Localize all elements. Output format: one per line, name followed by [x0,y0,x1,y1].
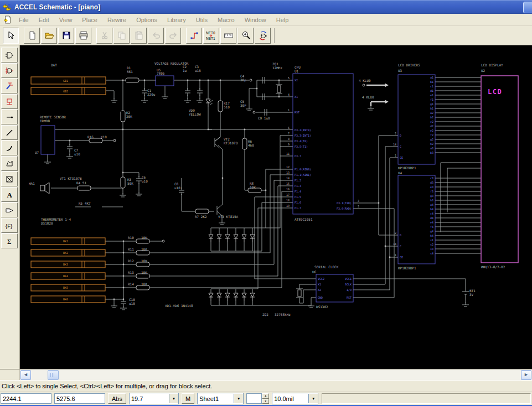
y-coordinate-field[interactable]: 5275.6 [54,393,105,404]
junction-dot [122,129,124,131]
schematic-label: 11 [286,152,290,155]
schematic-canvas[interactable]: GB1GB2BK1BK2BK3BK4BK5BK6BATR1561VOLTAGE … [20,45,532,369]
menu-options[interactable]: Options [131,15,162,25]
menu-macro[interactable]: Macro [213,15,240,25]
schematic-label: 1u [183,69,187,72]
place-line-button[interactable] [1,125,18,140]
schematic-label: VD1-VD6 1N4148 [165,304,193,308]
schematic-label: b2 [430,116,433,119]
scroll-right-button[interactable]: ► [521,370,531,380]
place-box-button[interactable] [1,171,18,186]
rename-net-button[interactable]: NET0NET1 [203,28,219,44]
spin-down-icon[interactable]: ▼ [262,399,269,404]
scroll-left-button[interactable]: ◄ [20,370,31,380]
menu-view[interactable]: View [54,15,78,25]
schematic-label: P3.2(INT0) [295,128,311,132]
app-icon [2,3,12,12]
print-button[interactable] [75,28,91,44]
x-coordinate-field[interactable]: 2244.1 [1,393,51,404]
save-button[interactable] [58,28,74,44]
cut-button[interactable] [96,28,112,44]
svg-text:Σ: Σ [7,237,12,246]
zoom-icon [241,30,251,40]
document-icon[interactable] [3,15,12,24]
arr-symbol [385,100,389,104]
spin-value-field[interactable] [246,393,262,404]
copy-button[interactable] [113,28,130,44]
schematic-label: 17 [286,193,290,196]
schematic-label: 561 [127,70,133,74]
schematic-label: P3.0(RXD) [337,207,352,210]
new-button[interactable] [24,28,40,44]
zoom-window-button[interactable] [237,28,254,44]
formula-button[interactable]: Σ [1,233,18,248]
place-attribute-button[interactable] [1,202,18,217]
redo-button[interactable] [165,28,181,44]
place-polygon-button[interactable] [1,156,18,171]
spinner[interactable]: ▲ ▼ [262,393,269,404]
schematic-label: 10K [250,185,256,189]
menu-place[interactable]: Place [77,15,102,25]
spin-up-icon[interactable]: ▲ [262,393,269,399]
dv-symbol [242,293,246,301]
grid-spacing-combo[interactable]: 10.0mil ▼ [272,393,318,404]
window-control-partial-button[interactable] [523,2,532,13]
dv-symbol [225,293,230,301]
schematic-label: d4 [430,216,433,220]
title-bar[interactable]: ACCEL Schematic - [piano] [0,0,532,14]
dv-symbol [234,235,238,242]
sheet-dropdown-icon[interactable]: ▼ [234,394,243,403]
spk-symbol [40,183,49,194]
lcd-driver-1-box [398,75,435,164]
bar-label: GB1 [63,79,68,82]
schematic-label: P3.3(INT1) [295,134,311,137]
abs-rel-button[interactable]: Abs [108,393,126,404]
place-field-button[interactable]: {F} [1,218,18,233]
place-part-button[interactable] [1,48,18,63]
schematic-label: REMOTE SENSOR [40,115,66,119]
zoom-dropdown-icon[interactable]: ▼ [169,394,178,403]
place-pin-button[interactable] [1,110,18,124]
schematic-drawing[interactable]: GB1GB2BK1BK2BK3BK4BK5BK6BATR1561VOLTAGE … [20,45,532,369]
copy-icon [117,30,127,40]
sheet-combo[interactable]: Sheet1 ▼ [197,393,244,404]
menu-help[interactable]: Help [271,15,294,25]
macro-button[interactable]: M [182,393,194,404]
select-button[interactable] [3,28,19,44]
menu-rewire[interactable]: Rewire [102,15,131,25]
paste-button[interactable] [131,28,147,44]
place-wire-button[interactable] [186,28,202,44]
horizontal-scrollbar[interactable]: ◄ ► [20,369,532,380]
rv-symbol [242,138,247,149]
schematic-label: 14 [393,143,396,146]
save-icon [61,30,71,40]
gnd-symbol [219,221,225,225]
zoom-level-combo[interactable]: 19.7 ▼ [129,393,179,404]
menu-edit[interactable]: Edit [34,15,54,25]
place-text-button[interactable]: A [1,187,18,202]
menu-window[interactable]: Window [240,15,271,25]
menu-utils[interactable]: Utils [191,15,213,25]
erc-icon [258,30,268,40]
undo-button[interactable] [148,28,164,44]
open-button[interactable] [41,28,57,44]
place-wire-button[interactable] [1,79,18,93]
utils-erc-button[interactable] [255,28,271,44]
toolbar: NET0NET1 [0,26,532,45]
junction-dot [256,88,258,90]
place-port-button[interactable] [1,94,18,109]
bar-label: BK6 [63,298,68,301]
term-symbol [363,84,365,86]
place-arc-button[interactable] [1,140,18,155]
wire [447,168,481,212]
place-gate-button[interactable] [1,63,18,78]
measure-button[interactable] [220,28,236,44]
schematic-label: f3 [430,190,433,193]
tr-symbol [217,205,222,216]
schematic-label: CE [400,256,403,259]
schematic-label: 10K [141,282,147,286]
scrollbar-thumb[interactable] [48,370,59,380]
menu-file[interactable]: File [14,15,34,25]
grid-dropdown-icon[interactable]: ▼ [308,394,318,403]
menu-library[interactable]: Library [162,15,191,25]
